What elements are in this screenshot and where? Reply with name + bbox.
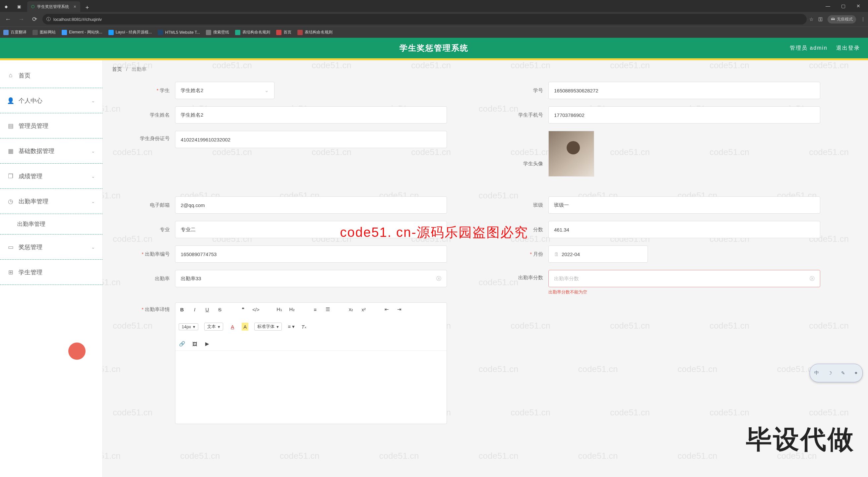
- month-picker[interactable]: 🗓2022-04: [548, 245, 648, 263]
- attn-score-input[interactable]: 出勤率分数ⓧ: [548, 270, 820, 287]
- menu-icon[interactable]: ⋮: [861, 16, 865, 22]
- ul-button[interactable]: ☰: [324, 305, 331, 313]
- bookmark-label: 图标网站: [40, 30, 56, 35]
- new-tab-button[interactable]: +: [83, 3, 92, 12]
- ime-mode[interactable]: 中: [814, 370, 819, 376]
- window-maximize-button[interactable]: ▢: [836, 0, 851, 12]
- sidebar-item-home[interactable]: ⌂首页: [0, 63, 102, 88]
- student-name-input[interactable]: 学生姓名2: [175, 106, 447, 124]
- sidebar: ⌂首页 👤个人中心⌄ ▤管理员管理 ▦基础数据管理⌄ ❐成绩管理⌄ ◷出勤率管理…: [0, 60, 103, 477]
- text-color-button[interactable]: A: [229, 322, 236, 331]
- site-info-icon[interactable]: ⓘ: [46, 16, 51, 22]
- attn-rate-input[interactable]: 出勤率33ⓧ: [175, 270, 447, 287]
- subscript-button[interactable]: x₂: [348, 305, 354, 313]
- outdent-button[interactable]: ⇤: [383, 305, 390, 313]
- bookmark-item[interactable]: 图标网站: [32, 30, 56, 35]
- student-id-input[interactable]: 1650889530628272: [548, 82, 820, 99]
- sidebar-item-attendance[interactable]: ◷出勤率管理⌄: [0, 189, 102, 214]
- sidebar-item-admin[interactable]: ▤管理员管理: [0, 113, 102, 138]
- browser-tab-strip: ◆ ▣ ⬡ 学生奖惩管理系统 × + — ▢ ✕: [0, 0, 868, 12]
- bg-color-button[interactable]: A: [242, 322, 248, 331]
- attn-no-input[interactable]: 1650890774753: [175, 245, 447, 263]
- font-family-select[interactable]: 标准字体 ▾: [254, 322, 282, 331]
- bookmark-item[interactable]: 首页: [276, 30, 291, 35]
- link-button[interactable]: 🔗: [179, 340, 185, 348]
- tab-close-icon[interactable]: ×: [73, 4, 76, 9]
- forward-button[interactable]: →: [16, 14, 27, 25]
- bookmark-favicon: [158, 30, 163, 35]
- back-button[interactable]: ←: [3, 14, 13, 25]
- incognito-badge[interactable]: 🕶 无痕模式: [828, 15, 856, 24]
- bookmark-item[interactable]: 表结构命名规则: [235, 30, 270, 35]
- reload-button[interactable]: ⟳: [29, 14, 40, 25]
- align-button[interactable]: ≡ ▾: [288, 322, 295, 331]
- strike-button[interactable]: S: [217, 305, 223, 313]
- input-value: 出勤率33: [181, 276, 201, 282]
- bookmark-item[interactable]: 表结构命名规则: [298, 30, 333, 35]
- email-input[interactable]: 2@qq.com: [175, 197, 447, 214]
- star-icon[interactable]: ☆: [809, 16, 814, 22]
- phone-input[interactable]: 17703786902: [548, 106, 820, 124]
- score-input[interactable]: 461.34: [548, 221, 820, 238]
- clear-icon[interactable]: ⓧ: [810, 276, 815, 282]
- select-value: 文本: [207, 323, 216, 330]
- bookmark-item[interactable]: Layui - 经典开源模...: [108, 30, 152, 35]
- superscript-button[interactable]: x²: [361, 305, 367, 313]
- ime-toolbar[interactable]: 中 ☽ ✎ ✦: [810, 364, 863, 382]
- key-icon[interactable]: ⚿: [818, 16, 823, 22]
- browser-tab-active[interactable]: ⬡ 学生奖惩管理系统 ×: [27, 1, 80, 12]
- major-input[interactable]: 专业二: [175, 221, 447, 238]
- incognito-label: 无痕模式: [837, 16, 853, 22]
- h1-button[interactable]: H₁: [276, 305, 283, 313]
- student-select[interactable]: 学生姓名2⌄: [175, 82, 275, 99]
- sidebar-item-students[interactable]: ⊞学生管理: [0, 260, 102, 285]
- class-input[interactable]: 班级一: [548, 197, 820, 214]
- sidebar-item-label: 出勤率管理: [19, 197, 49, 205]
- sidebar-item-rewards[interactable]: ▭奖惩管理⌄: [0, 235, 102, 260]
- text-type-select[interactable]: 文本 ▾: [204, 322, 223, 331]
- rich-text-editor[interactable]: B I U S ❝ </> H₁ H₂: [175, 302, 447, 424]
- bookmarks-bar: 百度翻译 图标网站 Element - 网站快... Layui - 经典开源模…: [0, 27, 868, 38]
- window-minimize-button[interactable]: —: [820, 0, 836, 12]
- h2-button[interactable]: H₂: [289, 305, 296, 313]
- sidebar-item-profile[interactable]: 👤个人中心⌄: [0, 88, 102, 113]
- indent-button[interactable]: ⇥: [396, 305, 403, 313]
- video-button[interactable]: ▶: [204, 340, 211, 348]
- ime-moon-icon[interactable]: ☽: [828, 370, 832, 376]
- italic-button[interactable]: I: [191, 305, 198, 313]
- sidebar-item-grades[interactable]: ❐成绩管理⌄: [0, 164, 102, 189]
- bold-button[interactable]: B: [179, 305, 185, 313]
- bookmark-item[interactable]: HTML5 Website T...: [158, 30, 200, 35]
- font-size-select[interactable]: 14px ▾: [179, 323, 198, 330]
- quote-button[interactable]: ❝: [240, 305, 246, 313]
- input-value: 2@qq.com: [181, 202, 205, 208]
- url-field[interactable]: ⓘ localhost:8081/#/chuqinlv: [42, 14, 807, 25]
- bookmark-item[interactable]: 百度翻译: [3, 30, 27, 35]
- admin-label[interactable]: 管理员 admin: [790, 45, 828, 52]
- bookmark-item[interactable]: 搜索壁纸: [206, 30, 229, 35]
- ol-button[interactable]: ≡: [312, 305, 319, 313]
- idcard-input[interactable]: 410224199610232002: [175, 131, 447, 148]
- image-button[interactable]: 🖼: [191, 340, 198, 348]
- browser-tab-inactive[interactable]: ◆: [2, 1, 14, 12]
- clear-format-button[interactable]: Tₓ: [301, 322, 307, 331]
- bookmark-item[interactable]: Element - 网站快...: [62, 30, 102, 35]
- sidebar-item-basedata[interactable]: ▦基础数据管理⌄: [0, 138, 102, 164]
- breadcrumb-home[interactable]: 首页: [112, 66, 122, 72]
- code-button[interactable]: </>: [252, 305, 259, 313]
- sidebar-subitem-attendance[interactable]: 出勤率管理: [0, 214, 102, 235]
- avatar-image[interactable]: [548, 131, 594, 176]
- underline-button[interactable]: U: [204, 305, 211, 313]
- email-label: 电子邮箱: [112, 202, 175, 208]
- browser-tab-inactive[interactable]: ▣: [14, 1, 27, 12]
- logout-link[interactable]: 退出登录: [836, 45, 860, 52]
- user-icon: 👤: [7, 97, 14, 104]
- clear-icon[interactable]: ⓧ: [436, 276, 441, 282]
- ime-spark-icon[interactable]: ✦: [854, 370, 858, 376]
- window-close-button[interactable]: ✕: [851, 0, 866, 12]
- bookmark-favicon: [298, 30, 303, 35]
- ime-brush-icon[interactable]: ✎: [841, 370, 845, 376]
- book-icon: ▭: [7, 244, 14, 250]
- phone-label: 学生手机号: [486, 112, 548, 118]
- editor-body[interactable]: [176, 351, 446, 424]
